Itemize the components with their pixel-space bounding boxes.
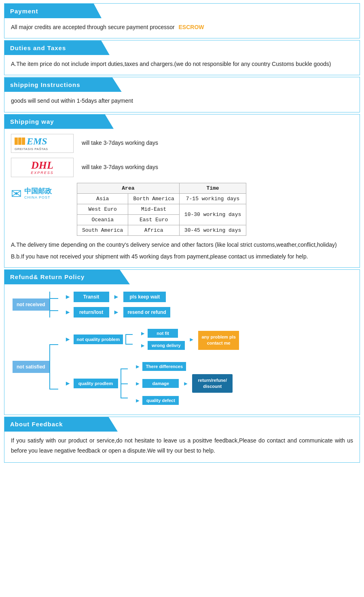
dhl-logo: DHL EXPRESS [11, 158, 74, 177]
table-cell: 30-45 working days [179, 225, 246, 235]
arrow-qp: ► [65, 380, 71, 387]
table-cell: Oceania [77, 214, 128, 225]
sub-branch-quality-defect: ► quality defect [135, 396, 233, 405]
duties-body: A.The item price do not include import d… [4, 55, 360, 75]
payment-title: Payment [10, 8, 38, 15]
payment-header-bg: Payment [4, 4, 102, 18]
ems-row: EMS GREITASIS PAŠTAS will take 3-7days w… [11, 134, 353, 153]
table-cell: Mid-East [128, 204, 179, 214]
sub-branches-quality: ► There differences ► damage ► [135, 362, 233, 405]
arrow-to-wait: ► [113, 293, 120, 301]
box-not-received: not received [13, 298, 49, 311]
table-row: South America Africa 30-45 working days [77, 225, 246, 235]
duties-text: A.The item price do not include import d… [11, 59, 353, 69]
shipping-instructions-section: shipping Instructions goods will send ou… [4, 77, 360, 112]
feedback-title: About Feedback [10, 421, 63, 428]
arrow-return-lost: ► [65, 309, 71, 316]
ems-description: will take 3-7days working days [82, 138, 158, 148]
ems-text: EMS [27, 136, 47, 147]
table-cell: South America [77, 225, 128, 235]
chinapost-cn-text: 中国邮政 [24, 188, 52, 195]
table-cell: 10-30 working days [179, 204, 246, 225]
ems-stripes [15, 138, 25, 145]
box-quality-prodlem: quality prodlem [74, 379, 118, 388]
payment-body: All major credits are accepted through s… [4, 18, 360, 38]
branch-transit: ► Transit ► pls keep wait [65, 292, 170, 302]
arrow-transit: ► [65, 293, 71, 301]
shipping-table: Area Time Asia Borth America 7-15 workin… [77, 183, 246, 236]
flow-group-not-satisfied: not satisfied ► not quality problem [13, 326, 351, 407]
dhl-express-text: EXPRESS [31, 171, 54, 175]
shipping-instructions-header-bg: shipping Instructions [4, 77, 122, 92]
shipping-note-b: B.b.If you have not received your shipme… [11, 252, 353, 262]
table-cell: Asia [77, 193, 128, 204]
sub-branches-not-quality: ► not fit ► wrong delivry [140, 329, 184, 350]
table-cell: West Euro [77, 204, 128, 214]
feedback-header-bg: About Feedback [4, 417, 118, 432]
branches-not-received: ► Transit ► pls keep wait ► return/lost … [65, 292, 170, 318]
box-quality-defect: quality defect [142, 396, 179, 405]
box-transit: Transit [74, 292, 109, 302]
sub-branch-damage: ► damage ► return/refune/ discount [135, 374, 233, 393]
ems-logo-top: EMS [15, 136, 47, 147]
box-not-satisfied: not satisfied [13, 361, 49, 373]
table-cell: Africa [128, 225, 179, 235]
branch-return-lost: ► return/lost ► resend or refund [65, 307, 170, 318]
feedback-header-bar: About Feedback [4, 417, 360, 432]
shipping-way-title: Shipping way [10, 118, 54, 125]
refund-header-bg: Refund& Return Policy [4, 270, 130, 284]
duties-section: Duties and Taxes A.The item price do not… [4, 40, 360, 75]
arrow-nq: ► [65, 336, 71, 343]
feedback-body: If you satisfy with our product or servi… [4, 432, 360, 462]
shipping-instructions-text: goods will send out within 1-5days after… [11, 96, 353, 106]
dhl-row: DHL EXPRESS will take 3-7days working da… [11, 158, 353, 177]
table-cell: East Euro [128, 214, 179, 225]
sub-branch-connector-2 [121, 362, 130, 405]
box-return-lost: return/lost [74, 307, 109, 318]
branch-quality-prodlem: ► quality prodlem ► [65, 362, 351, 405]
sub-branch-there-diff: ► There differences [135, 362, 233, 371]
duties-header-bar: Duties and Taxes [4, 40, 360, 55]
refund-title: Refund& Return Policy [10, 273, 85, 280]
sub-branch-wrong-delivry: ► wrong delivry [140, 341, 184, 350]
arrow-to-resend: ► [113, 309, 120, 316]
chinapost-icon: ✉ [11, 186, 22, 201]
shipping-way-section: Shipping way EMS GREITASIS PAŠTAS will t… [4, 114, 360, 268]
branch-not-quality: ► not quality problem ► [65, 329, 351, 350]
chinapost-row: ✉ 中国邮政 CHINA POST Area Time Asia [11, 183, 353, 236]
box-wrong-delivry: wrong delivry [148, 341, 185, 350]
ems-sub-text: GREITASIS PAŠTAS [15, 147, 48, 151]
shipping-instructions-body: goods will send out within 1-5days after… [4, 92, 360, 112]
table-col-time: Time [179, 183, 246, 193]
chinapost-en-text: CHINA POST [24, 195, 52, 199]
table-row: West Euro Mid-East 10-30 working days [77, 204, 246, 214]
chinapost-text-block: 中国邮政 CHINA POST [24, 188, 52, 199]
ems-logo: EMS GREITASIS PAŠTAS [11, 134, 74, 153]
refund-header-bar: Refund& Return Policy [4, 270, 360, 284]
box-damage: damage [142, 379, 179, 388]
table-cell: 7-15 working days [179, 193, 246, 204]
box-pls-keep-wait: pls keep wait [123, 292, 166, 302]
shipping-way-header-bar: Shipping way [4, 114, 360, 129]
payment-header-bar: Payment [4, 4, 360, 18]
shipping-instructions-title: shipping Instructions [10, 81, 80, 88]
box-not-quality-problem: not quality problem [74, 334, 123, 344]
table-cell: Borth America [128, 193, 179, 204]
box-there-differences: There differences [142, 362, 186, 371]
duties-header-bg: Duties and Taxes [4, 40, 110, 55]
sub-branch-connector-1 [125, 329, 135, 350]
dhl-description: will take 3-7days working days [82, 162, 158, 172]
shipping-note-a: A.The delivery time depending on the cou… [11, 240, 353, 250]
refund-section: Refund& Return Policy not received ► Tr [4, 269, 360, 415]
feedback-section: About Feedback If you satisfy with our p… [4, 417, 360, 463]
payment-section: Payment All major credits are accepted t… [4, 3, 360, 38]
table-col-area: Area [77, 183, 180, 193]
shipping-way-header-bg: Shipping way [4, 114, 114, 129]
refund-flowchart: not received ► Transit ► pls keep wait [4, 284, 360, 415]
payment-text: All major credits are accepted through s… [11, 22, 353, 32]
shipping-way-body: EMS GREITASIS PAŠTAS will take 3-7days w… [4, 129, 360, 267]
branch-connector-2 [49, 326, 61, 407]
duties-title: Duties and Taxes [10, 44, 66, 51]
box-resend-or-refund: resend or refund [123, 307, 170, 318]
chinapost-logo: ✉ 中国邮政 CHINA POST [11, 183, 74, 201]
